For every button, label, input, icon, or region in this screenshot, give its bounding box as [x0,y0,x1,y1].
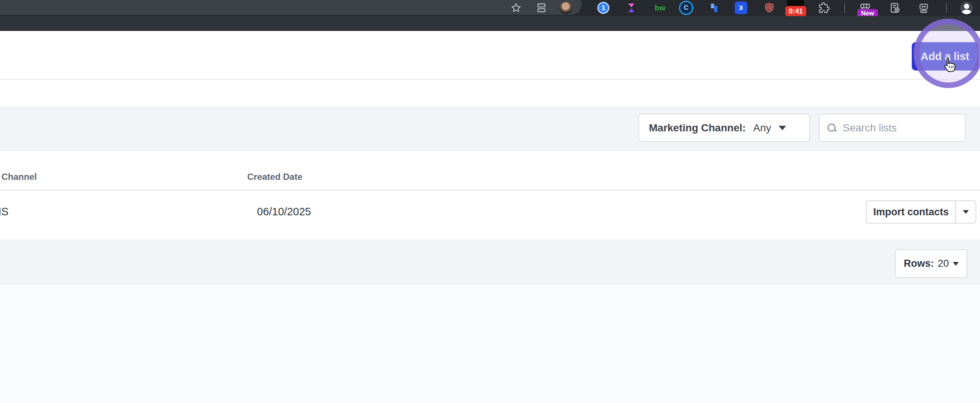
add-a-list-button[interactable]: Add a list [912,42,978,70]
toolbar-separator [844,3,845,13]
marketing-channel-filter[interactable]: Marketing Channel: Any [638,114,810,142]
bw-extension-icon[interactable]: bw [654,3,665,12]
address-bar[interactable] [0,0,582,15]
import-contacts-button[interactable]: Import contacts [867,201,955,223]
row-channel-cell: SMS [0,205,15,221]
import-contacts-split-button[interactable]: Import contacts [866,201,976,223]
column-header-marketing-channel[interactable]: Marketing Channel [0,172,64,186]
chevron-down-icon [963,210,969,214]
tab-user-avatar[interactable] [559,2,572,14]
adblock-shield-extension-icon[interactable] [764,2,775,14]
timer-badge: 0:41 [785,6,806,16]
table-header-divider [0,190,980,191]
marketing-channel-label: Marketing Channel: [649,122,746,134]
rows-per-page-button[interactable]: Rows: 20 [895,249,967,278]
c-circle-extension-icon[interactable]: C [679,1,693,15]
marketing-channel-value: Any [753,122,771,134]
search-icon [827,123,837,133]
robot-icon[interactable] [918,2,929,13]
bookmarks-bar [0,16,980,31]
rows-label: Rows: [904,258,934,269]
hourglass-extension-icon[interactable] [626,2,636,13]
split-view-icon[interactable] [536,3,547,13]
notes-gear-icon[interactable] [889,2,900,14]
search-lists-box[interactable] [819,114,966,142]
lists-table [0,151,980,239]
content-strip [0,80,980,106]
pagination-bar [0,239,980,285]
row-created-date-cell: 06/10/2025 [257,205,311,218]
search-input[interactable] [842,122,955,134]
avatar [559,2,572,14]
blocks-extension-icon[interactable] [708,2,720,13]
chevron-down-icon [953,262,959,266]
page-header [0,31,980,80]
profile-icon[interactable] [960,2,973,14]
send-extension-icon[interactable] [735,2,747,14]
screen: 1 bw C [0,0,980,403]
chevron-down-icon [779,126,786,130]
extensions-puzzle-icon[interactable] [819,2,830,13]
timer-extension-icon[interactable] [787,0,804,6]
page-background [0,285,980,403]
column-header-created-date[interactable]: Created Date [247,172,302,182]
browser-toolbar: 1 bw C [0,0,980,16]
toolbar-separator [946,3,947,13]
rows-value: 20 [937,258,949,269]
bookmark-star-icon[interactable] [511,3,521,13]
password-manager-extension-icon[interactable]: 1 [597,2,609,14]
import-contacts-dropdown[interactable] [955,201,975,223]
